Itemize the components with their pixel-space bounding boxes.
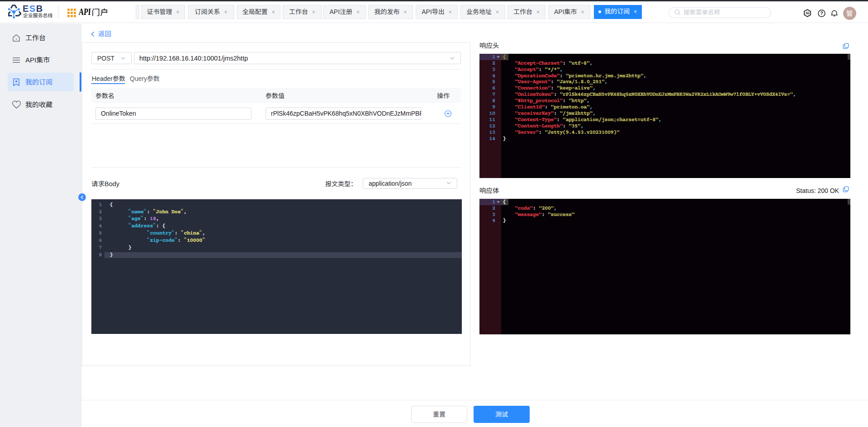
svg-text:AI: AI [806,11,810,15]
svg-text:?: ? [820,10,823,16]
